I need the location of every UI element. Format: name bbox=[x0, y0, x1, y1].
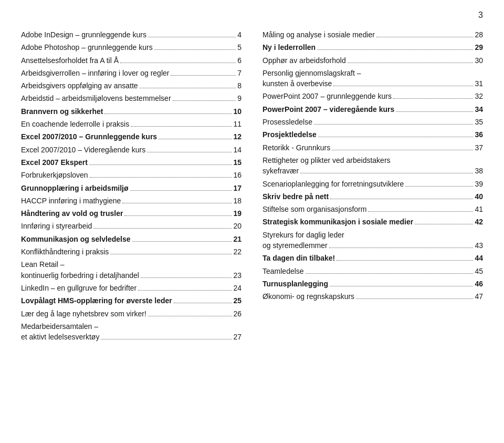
toc-item-text: Måling og analyse i sosiale medier bbox=[262, 29, 375, 40]
toc-item-number: 27 bbox=[233, 332, 242, 342]
toc-container: Adobe InDesign – grunnleggende kurs4Adob… bbox=[21, 29, 483, 344]
toc-entry: Lær deg å lage nyhetsbrev som virker!26 bbox=[21, 308, 242, 319]
toc-entry: Adobe Photoshop – grunnleggende kurs5 bbox=[21, 42, 242, 53]
toc-item-text: Medarbeidersamtalen – bbox=[21, 321, 242, 332]
toc-item-number: 28 bbox=[475, 29, 483, 40]
toc-item-number: 42 bbox=[475, 217, 483, 227]
toc-entry: Arbeidsgivers oppfølging av ansatte8 bbox=[21, 80, 242, 91]
toc-item-number: 22 bbox=[233, 246, 242, 257]
toc-item-number: 24 bbox=[233, 283, 242, 293]
toc-item-text: Stiftelse som organisasjonsform bbox=[262, 204, 366, 214]
toc-entry: En coachende lederrolle i praksis11 bbox=[21, 119, 242, 129]
toc-item-text: LinkedIn – en gullgruve for bedrifter bbox=[21, 283, 136, 293]
toc-item-text: Excel 2007/2010 – Grunnleggende kurs bbox=[21, 131, 157, 142]
toc-item-text: HACCP innføring i mathygiene bbox=[21, 195, 121, 206]
toc-item-text: Skriv bedre på nett bbox=[262, 191, 329, 202]
toc-item-number: 44 bbox=[475, 253, 483, 263]
toc-item-text: Forbrukerkjøpsloven bbox=[21, 170, 88, 180]
toc-item-number: 25 bbox=[233, 295, 242, 306]
toc-item-text: Excel 2007/2010 – Videregående kurs bbox=[21, 145, 145, 155]
toc-entry: Brannvern og sikkerhet10 bbox=[21, 106, 242, 117]
toc-item-text: Rettigheter og plikter ved arbeidstakers bbox=[262, 155, 483, 166]
toc-entry: Turnusplanlegging46 bbox=[262, 279, 483, 289]
toc-entry: Kommunikasjon og selvledelse21 bbox=[21, 234, 242, 244]
left-column: Adobe InDesign – grunnleggende kurs4Adob… bbox=[21, 29, 242, 344]
toc-item-text: Konflikthåndtering i praksis bbox=[21, 246, 109, 257]
toc-item-number: 29 bbox=[475, 42, 483, 53]
toc-item-number: 35 bbox=[475, 117, 483, 127]
toc-entry: Ta dagen din tilbake!44 bbox=[262, 253, 483, 263]
toc-item-text: Opphør av arbeidsforhold bbox=[262, 55, 346, 66]
toc-item-number: 46 bbox=[475, 279, 483, 289]
toc-item-text: Grunnopplæring i arbeidsmiljø bbox=[21, 183, 129, 193]
toc-entry: Stiftelse som organisasjonsform41 bbox=[262, 204, 483, 214]
toc-item-number: 5 bbox=[237, 42, 242, 53]
toc-item-text: PowerPoint 2007 – videregående kurs bbox=[262, 104, 394, 115]
toc-item-text: Arbeidsgivers oppfølging av ansatte bbox=[21, 80, 138, 91]
toc-entry: Personlig gjennomslagskraft –kunsten å o… bbox=[262, 68, 483, 89]
toc-item-number: 12 bbox=[233, 131, 242, 142]
toc-entry: Måling og analyse i sosiale medier28 bbox=[262, 29, 483, 40]
toc-item-number: 47 bbox=[475, 291, 483, 302]
toc-item-number: 8 bbox=[237, 80, 242, 91]
toc-item-number: 14 bbox=[233, 145, 242, 155]
toc-entry: Arbeidstid – arbeidsmiljølovens bestemme… bbox=[21, 93, 242, 104]
toc-item-number: 4 bbox=[237, 29, 242, 40]
toc-item-text: sykefravær bbox=[262, 166, 299, 176]
toc-item-text: kunsten å overbevise bbox=[262, 78, 332, 89]
toc-item-text: Prosessledelse bbox=[262, 117, 312, 127]
toc-entry: Adobe InDesign – grunnleggende kurs4 bbox=[21, 29, 242, 40]
toc-entry: Styrekurs for daglig lederog styremedlem… bbox=[262, 230, 483, 251]
toc-item-number: 15 bbox=[233, 157, 242, 168]
toc-item-number: 17 bbox=[233, 183, 242, 193]
toc-item-number: 38 bbox=[475, 166, 483, 176]
toc-entry: Medarbeidersamtalen –et aktivt ledelsesv… bbox=[21, 321, 242, 343]
toc-item-number: 18 bbox=[233, 195, 242, 206]
toc-item-text: Håndtering av vold og trusler bbox=[21, 208, 123, 219]
toc-item-number: 20 bbox=[233, 221, 242, 231]
toc-entry: Lovpålagt HMS-opplæring for øverste lede… bbox=[21, 295, 242, 306]
toc-item-text: Lovpålagt HMS-opplæring for øverste lede… bbox=[21, 295, 172, 306]
toc-entry: Teamledelse45 bbox=[262, 266, 483, 276]
right-column: Måling og analyse i sosiale medier28Ny i… bbox=[262, 29, 483, 344]
toc-item-number: 11 bbox=[233, 119, 242, 129]
toc-item-text: En coachende lederrolle i praksis bbox=[21, 119, 129, 129]
toc-item-text: og styremedlemmer bbox=[262, 240, 328, 251]
toc-entry: Prosjektledelse36 bbox=[262, 129, 483, 140]
toc-item-text: Brannvern og sikkerhet bbox=[21, 106, 103, 117]
toc-entry: Arbeidsgiverrollen – innføring i lover o… bbox=[21, 68, 242, 78]
toc-item-number: 36 bbox=[475, 129, 483, 140]
toc-entry: Rettigheter og plikter ved arbeidstakers… bbox=[262, 155, 483, 177]
toc-entry: Excel 2007/2010 – Videregående kurs14 bbox=[21, 145, 242, 155]
toc-entry: Innføring i styrearbeid20 bbox=[21, 221, 242, 231]
toc-entry: Ny i lederrollen29 bbox=[262, 42, 483, 53]
toc-item-number: 7 bbox=[237, 68, 242, 78]
toc-item-text: Kommunikasjon og selvledelse bbox=[21, 234, 131, 244]
toc-item-text: Styrekurs for daglig leder bbox=[262, 230, 483, 240]
toc-item-text: PowerPoint 2007 – grunnleggende kurs bbox=[262, 91, 392, 101]
toc-item-text: Arbeidstid – arbeidsmiljølovens bestemme… bbox=[21, 93, 171, 104]
toc-item-text: Retorikk - Grunnkurs bbox=[262, 142, 330, 153]
toc-item-text: Ansettelsesforholdet fra A til Å bbox=[21, 55, 119, 66]
toc-item-text: Lær deg å lage nyhetsbrev som virker! bbox=[21, 308, 146, 319]
toc-item-text: Strategisk kommunikasjon i sosiale medie… bbox=[262, 217, 413, 227]
toc-item-number: 43 bbox=[475, 240, 483, 251]
toc-item-number: 23 bbox=[233, 270, 242, 281]
toc-entry: Scenarioplanlegging for forretningsutvik… bbox=[262, 179, 483, 189]
toc-item-number: 31 bbox=[475, 78, 483, 89]
toc-item-text: kontinuerlig forbedring i detaljhandel bbox=[21, 270, 139, 281]
toc-item-number: 40 bbox=[475, 191, 483, 202]
toc-entry: Håndtering av vold og trusler19 bbox=[21, 208, 242, 219]
toc-item-text: Adobe Photoshop – grunnleggende kurs bbox=[21, 42, 153, 53]
toc-item-number: 45 bbox=[475, 266, 483, 276]
toc-entry: Excel 2007/2010 – Grunnleggende kurs12 bbox=[21, 131, 242, 142]
toc-item-text: Teamledelse bbox=[262, 266, 304, 276]
toc-entry: Ansettelsesforholdet fra A til Å6 bbox=[21, 55, 242, 66]
toc-item-text: Turnusplanlegging bbox=[262, 279, 328, 289]
toc-item-text: Økonomi- og regnskapskurs bbox=[262, 291, 354, 302]
toc-entry: PowerPoint 2007 – videregående kurs34 bbox=[262, 104, 483, 115]
toc-item-number: 41 bbox=[475, 204, 483, 214]
toc-item-number: 19 bbox=[233, 208, 242, 219]
toc-item-text: Scenarioplanlegging for forretningsutvik… bbox=[262, 179, 404, 189]
toc-entry: Lean Retail –kontinuerlig forbedring i d… bbox=[21, 259, 242, 281]
